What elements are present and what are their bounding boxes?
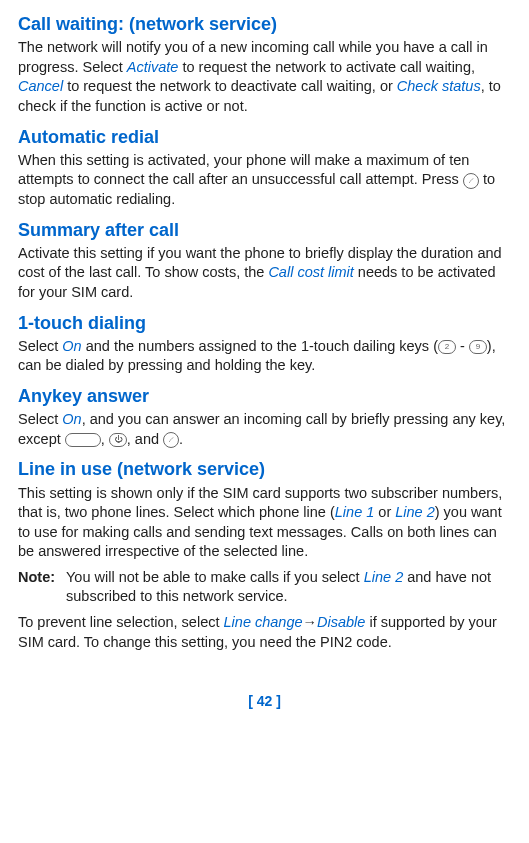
line-in-use-paragraph: This setting is shown only if the SIM ca… bbox=[18, 484, 511, 562]
cancel-link: Cancel bbox=[18, 78, 63, 94]
call-waiting-paragraph: The network will notify you of a new inc… bbox=[18, 38, 511, 116]
text-segment: to request the network to deactivate cal… bbox=[63, 78, 397, 94]
line-change-link: Line change bbox=[224, 614, 303, 630]
one-touch-dialing-paragraph: Select On and the numbers assigned to th… bbox=[18, 337, 511, 376]
call-waiting-heading: Call waiting: (network service) bbox=[18, 12, 511, 36]
prevent-paragraph: To prevent line selection, select Line c… bbox=[18, 613, 511, 652]
end-key-icon: ⟋ bbox=[163, 432, 179, 448]
end-key-icon: ⟋ bbox=[463, 173, 479, 189]
summary-after-call-paragraph: Activate this setting if you want the ph… bbox=[18, 244, 511, 303]
automatic-redial-paragraph: When this setting is activated, your pho… bbox=[18, 151, 511, 210]
check-status-link: Check status bbox=[397, 78, 481, 94]
one-touch-dialing-heading: 1-touch dialing bbox=[18, 311, 511, 335]
call-cost-limit-link: Call cost limit bbox=[268, 264, 353, 280]
text-segment: Select bbox=[18, 411, 62, 427]
note-label: Note: bbox=[18, 568, 66, 607]
line-2-link: Line 2 bbox=[395, 504, 435, 520]
text-segment: , and bbox=[127, 431, 163, 447]
text-segment: to request the network to activate call … bbox=[178, 59, 475, 75]
text-segment: - bbox=[456, 338, 469, 354]
line-in-use-heading: Line in use (network service) bbox=[18, 457, 511, 481]
note-text: You will not be able to make calls if yo… bbox=[66, 568, 511, 607]
disable-link: Disable bbox=[317, 614, 365, 630]
text-segment: To prevent line selection, select bbox=[18, 614, 224, 630]
automatic-redial-heading: Automatic redial bbox=[18, 125, 511, 149]
activate-link: Activate bbox=[127, 59, 179, 75]
key-9-icon: 9 bbox=[469, 340, 487, 354]
on-link: On bbox=[62, 411, 81, 427]
anykey-answer-heading: Anykey answer bbox=[18, 384, 511, 408]
text-segment: and the numbers assigned to the 1-touch … bbox=[82, 338, 438, 354]
text-segment: . bbox=[179, 431, 183, 447]
text-segment: , bbox=[101, 431, 109, 447]
text-segment: You will not be able to make calls if yo… bbox=[66, 569, 364, 585]
text-segment: When this setting is activated, your pho… bbox=[18, 152, 469, 188]
line-1-link: Line 1 bbox=[335, 504, 375, 520]
text-segment: or bbox=[374, 504, 395, 520]
anykey-answer-paragraph: Select On, and you can answer an incomin… bbox=[18, 410, 511, 449]
page-number: [ 42 ] bbox=[18, 692, 511, 711]
on-link: On bbox=[62, 338, 81, 354]
key-2-icon: 2 bbox=[438, 340, 456, 354]
summary-after-call-heading: Summary after call bbox=[18, 218, 511, 242]
text-segment: Select bbox=[18, 338, 62, 354]
arrow-icon: → bbox=[303, 614, 318, 630]
power-key-icon: ⏻ bbox=[109, 433, 127, 447]
soft-key-icon bbox=[65, 433, 101, 447]
line-2-link: Line 2 bbox=[364, 569, 404, 585]
note-block: Note: You will not be able to make calls… bbox=[18, 568, 511, 607]
